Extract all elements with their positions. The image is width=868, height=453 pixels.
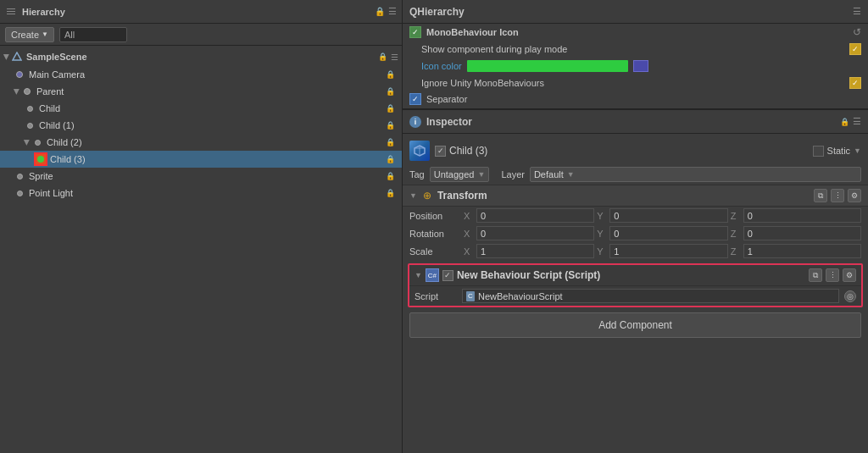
position-x-label: X [464,211,474,221]
script-component-header: ▼ C# ✓ New Behaviour Script (Script) ⧉ ⋮… [409,265,861,285]
menu-icon[interactable]: ☰ [388,6,397,17]
scene-lock-icon: 🔒 [378,52,387,61]
child1-label: Child (1) [39,120,386,130]
transform-component-header: ▼ ⊕ Transform ⧉ ⋮ ⚙ [403,185,868,207]
point-light-label: Point Light [29,188,386,198]
position-xyz: X 0 Y 0 Z 0 [464,208,861,223]
child2-lock-icon: 🔒 [386,138,395,146]
transform-copy-button[interactable]: ⧉ [814,189,827,202]
child-icon [24,102,36,114]
script-field-value[interactable]: C NewBehaviourScript [462,289,839,303]
position-x-input[interactable]: 0 [476,208,594,223]
hierarchy-item-child1[interactable]: Child (1) 🔒 [0,117,402,134]
qhierarchy-panel: QHierarchy ☰ ✓ MonoBehaviour Icon ↺ Show… [403,0,868,110]
parent-arrow-icon: ▶ [13,89,21,95]
icon-color-bar[interactable] [467,60,628,72]
child3-label: Child (3) [50,154,386,164]
add-component-button[interactable]: Add Component [409,312,861,338]
hierarchy-search-input[interactable] [59,27,127,42]
hierarchy-item-child3[interactable]: Child (3) 🔒 [0,151,402,168]
rotation-y-input[interactable]: 0 [609,226,727,240]
color-picker-icon[interactable] [633,60,648,72]
show-component-checkbox[interactable]: ✓ [849,43,861,55]
transform-label: Transform [437,190,487,202]
script-copy-button[interactable]: ⧉ [809,268,822,282]
create-arrow-icon: ▼ [42,30,48,38]
parent-label: Parent [36,86,386,97]
inspector-lock-icon: 🔒 [840,118,849,126]
ignore-unity-checkbox[interactable]: ✓ [849,77,861,89]
position-row: Position X 0 Y 0 Z 0 [403,207,868,224]
inspector-menu-icon[interactable]: ☰ [853,116,861,127]
monobehaviour-row: ✓ MonoBehaviour Icon ↺ [403,24,868,41]
child-lock-icon: 🔒 [386,104,395,113]
tag-dropdown[interactable]: Untagged ▼ [430,167,490,182]
scale-row: Scale X 1 Y 1 Z 1 [403,242,868,260]
scale-y-label: Y [597,246,607,257]
position-z-input[interactable]: 0 [743,208,861,223]
rotation-x-input[interactable]: 0 [476,226,594,240]
hierarchy-panel: Hierarchy 🔒 ☰ Create ▼ ▶ SampleScene 🔒 ☰ [0,0,403,453]
script-field-row: Script C NewBehaviourScript ◎ [409,285,861,306]
position-y-input[interactable]: 0 [609,208,727,223]
icon-color-row: Icon color [403,58,868,75]
hierarchy-toolbar: Create ▼ [0,24,402,46]
script-more-button[interactable]: ⋮ [826,268,839,282]
script-active-checkbox[interactable]: ✓ [442,270,453,281]
scale-x-input[interactable]: 1 [476,244,594,258]
layer-dropdown[interactable]: Default ▼ [530,167,861,182]
object-name: Child (3) [449,145,487,157]
hierarchy-item-sprite[interactable]: Sprite 🔒 [0,168,402,185]
scene-menu-icon[interactable]: ☰ [391,52,398,62]
inspector-header-icons: 🔒 ☰ [840,116,861,127]
scene-name[interactable]: SampleScene [26,52,378,62]
rotation-y-label: Y [597,229,607,239]
create-button[interactable]: Create ▼ [5,27,54,42]
icon-color-label[interactable]: Icon color [421,61,462,71]
qhierarchy-title: QHierarchy [409,6,465,18]
child1-lock-icon: 🔒 [386,121,395,130]
transform-arrow-icon[interactable]: ▼ [409,191,417,200]
hierarchy-header-icons: 🔒 ☰ [375,6,397,17]
object-active-checkbox[interactable]: ✓ [435,146,446,157]
scale-y-input[interactable]: 1 [609,244,727,258]
object-header-row: ✓ Child (3) Static ▼ [403,137,868,164]
hierarchy-item-main-camera[interactable]: Main Camera 🔒 [0,66,402,83]
hierarchy-item-child[interactable]: Child 🔒 [0,100,402,117]
static-checkbox[interactable] [813,146,824,157]
script-target-button[interactable]: ◎ [844,290,856,302]
rotation-z-label: Z [731,229,741,239]
right-panel: QHierarchy ☰ ✓ MonoBehaviour Icon ↺ Show… [403,0,868,453]
rotation-z-input[interactable]: 0 [743,226,861,240]
monobehaviour-checkbox[interactable]: ✓ [409,26,421,38]
tag-value: Untagged [434,169,475,180]
transform-more-button[interactable]: ⋮ [831,189,844,202]
show-component-row: Show component during play mode ✓ [403,41,868,58]
tag-layer-row: Tag Untagged ▼ Layer Default ▼ [403,164,868,185]
transform-gear-button[interactable]: ⚙ [848,189,861,202]
child3-icon [34,152,47,166]
rotation-label: Rotation [409,229,460,239]
script-gear-button[interactable]: ⚙ [843,268,856,282]
hierarchy-item-parent[interactable]: ▶ Parent 🔒 [0,83,402,100]
script-arrow-icon[interactable]: ▼ [415,271,422,279]
monobehaviour-label: MonoBehaviour Icon [426,27,519,37]
inspector-content: ✓ Child (3) Static ▼ Tag Untagged ▼ Laye… [403,134,868,453]
qhierarchy-header: QHierarchy ☰ [403,0,868,24]
hierarchy-item-child2[interactable]: ▶ Child (2) 🔒 [0,134,402,151]
static-label: Static [827,146,851,156]
qhierarchy-header-icons: ☰ [853,6,861,17]
hierarchy-item-point-light[interactable]: Point Light 🔒 [0,185,402,202]
layer-value: Default [534,169,564,180]
script-value-text: NewBehaviourScript [478,291,563,301]
rotation-xyz: X 0 Y 0 Z 0 [464,226,861,240]
show-component-label: Show component during play mode [421,44,844,54]
separator-checkbox[interactable]: ✓ [409,93,421,105]
refresh-icon[interactable]: ↺ [853,26,861,38]
static-dropdown-arrow[interactable]: ▼ [854,146,861,155]
hamburger-icon [5,7,17,16]
hierarchy-header: Hierarchy 🔒 ☰ [0,0,402,24]
qhier-menu-icon[interactable]: ☰ [853,6,861,17]
script-field-label: Script [415,291,457,301]
scale-z-input[interactable]: 1 [743,244,861,258]
